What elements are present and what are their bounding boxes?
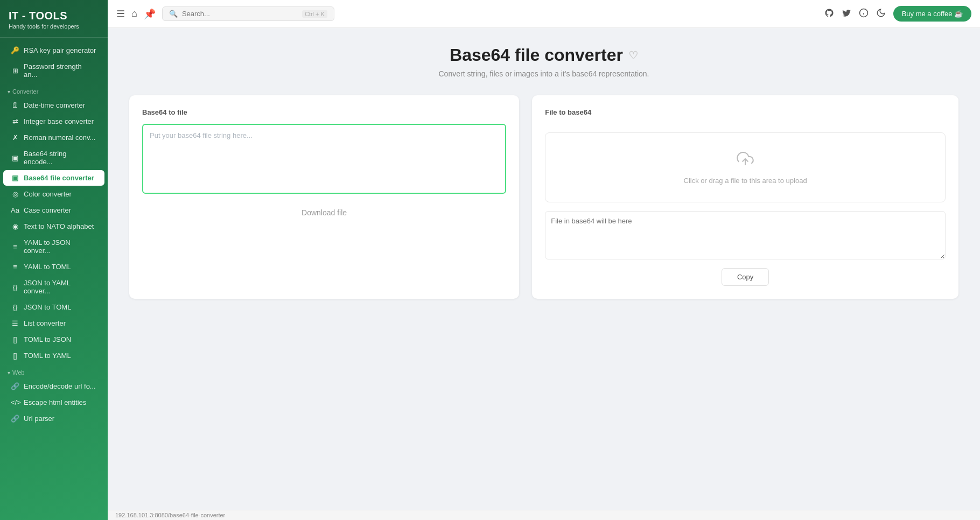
section-converter[interactable]: ▾ Converter bbox=[0, 83, 108, 97]
sidebar-item-label: Password strength an... bbox=[24, 62, 97, 79]
sidebar-item-text-to-nato[interactable]: ◉ Text to NATO alphabet bbox=[3, 219, 104, 234]
statusbar: 192.168.101.3:8080/base64-file-converter bbox=[108, 510, 980, 520]
sidebar-header: IT - TOOLS Handy tools for developers bbox=[0, 0, 108, 38]
buy-coffee-button[interactable]: Buy me a coffee ☕ bbox=[893, 6, 971, 22]
search-box[interactable]: 🔍 Ctrl + K bbox=[162, 6, 334, 21]
list2-icon: ≡ bbox=[11, 263, 19, 271]
sidebar-item-label: Date-time converter bbox=[24, 101, 85, 109]
sidebar-item-label: List converter bbox=[24, 319, 66, 327]
sidebar-item-toml-to-yaml[interactable]: [] TOML to YAML bbox=[3, 348, 104, 363]
cards-row: Base64 to file Download file File to bas… bbox=[129, 95, 958, 299]
sidebar-item-integer-base-converter[interactable]: ⇄ Integer base converter bbox=[3, 114, 104, 129]
sidebar-item-escape-html[interactable]: </> Escape html entities bbox=[3, 395, 104, 410]
curly2-icon: {} bbox=[11, 303, 19, 311]
pin-icon[interactable]: 📌 bbox=[144, 8, 156, 20]
key-icon: 🔑 bbox=[11, 46, 19, 54]
chevron-icon: ▾ bbox=[8, 89, 10, 95]
section-web-label-text: Web bbox=[12, 369, 24, 376]
grid-icon: ⊞ bbox=[11, 67, 19, 75]
sidebar-item-label: Text to NATO alphabet bbox=[24, 222, 94, 230]
sidebar-item-label: TOML to YAML bbox=[24, 352, 71, 360]
sidebar-item-label: Integer base converter bbox=[24, 117, 94, 125]
info-icon[interactable] bbox=[859, 8, 869, 20]
grid-sq-icon: ▣ bbox=[11, 154, 19, 162]
sidebar-item-password-strength[interactable]: ⊞ Password strength an... bbox=[3, 59, 104, 82]
sidebar-item-date-time-converter[interactable]: 🗓 Date-time converter bbox=[3, 97, 104, 113]
app-subtitle: Handy tools for developers bbox=[9, 23, 99, 30]
chevron-web-icon: ▾ bbox=[8, 370, 10, 376]
sidebar-item-label: Escape html entities bbox=[24, 398, 86, 406]
section-label-text: Converter bbox=[12, 88, 38, 95]
file-to-base64-label: File to base64 bbox=[545, 108, 946, 116]
page-content: Base64 file converter ♡ Convert string, … bbox=[108, 28, 980, 510]
code-icon: </> bbox=[11, 398, 19, 406]
link-icon: 🔗 bbox=[11, 382, 19, 390]
page-header: Base64 file converter ♡ Convert string, … bbox=[129, 45, 958, 78]
sidebar-item-label: Case converter bbox=[24, 206, 71, 214]
sidebar-item-label: JSON to TOML bbox=[24, 303, 71, 311]
page-title: Base64 file converter ♡ bbox=[129, 45, 958, 65]
sidebar-item-base64-file-converter[interactable]: ▣ Base64 file converter bbox=[3, 170, 104, 186]
x-icon: ✗ bbox=[11, 133, 19, 142]
favorite-icon[interactable]: ♡ bbox=[628, 49, 638, 62]
upload-icon bbox=[737, 150, 754, 171]
menu-icon[interactable]: ☰ bbox=[116, 8, 125, 20]
sidebar-nav: 🔑 RSA key pair generator ⊞ Password stre… bbox=[0, 38, 108, 520]
list-icon: ≡ bbox=[11, 243, 19, 251]
list3-icon: ☰ bbox=[11, 319, 19, 327]
sidebar-item-json-to-yaml[interactable]: {} JSON to YAML conver... bbox=[3, 275, 104, 299]
sidebar-item-label: JSON to YAML conver... bbox=[24, 279, 97, 295]
sidebar-item-encode-decode-url[interactable]: 🔗 Encode/decode url fo... bbox=[3, 378, 104, 394]
sidebar-item-yaml-to-json[interactable]: ≡ YAML to JSON conver... bbox=[3, 235, 104, 258]
sidebar-item-case-converter[interactable]: Aa Case converter bbox=[3, 202, 104, 218]
sidebar-item-base64-string-encoder[interactable]: ▣ Base64 string encode... bbox=[3, 146, 104, 170]
base64-to-file-card: Base64 to file Download file bbox=[129, 95, 519, 299]
search-icon: 🔍 bbox=[169, 10, 178, 18]
link2-icon: 🔗 bbox=[11, 414, 19, 423]
calendar-icon: 🗓 bbox=[11, 101, 19, 109]
sidebar-item-label: Color converter bbox=[24, 190, 72, 198]
search-input[interactable] bbox=[182, 10, 298, 18]
section-web[interactable]: ▾ Web bbox=[0, 364, 108, 378]
grid-sq2-icon: ▣ bbox=[11, 174, 19, 182]
sidebar-item-toml-to-json[interactable]: [] TOML to JSON bbox=[3, 332, 104, 347]
github-icon[interactable] bbox=[824, 8, 834, 20]
bracket-icon: [] bbox=[11, 335, 19, 343]
base64-input-textarea[interactable] bbox=[142, 124, 506, 194]
sidebar: IT - TOOLS Handy tools for developers 🔑 … bbox=[0, 0, 108, 520]
darkmode-icon[interactable] bbox=[876, 8, 886, 20]
curly-icon: {} bbox=[11, 283, 19, 291]
circle-icon: ◎ bbox=[11, 190, 19, 198]
topbar: ☰ ⌂ 📌 🔍 Ctrl + K Buy me a coffee ☕ bbox=[108, 0, 980, 28]
upload-text: Click or drag a file to this area to upl… bbox=[684, 177, 807, 185]
file-upload-area[interactable]: Click or drag a file to this area to upl… bbox=[545, 132, 946, 202]
sidebar-item-label: TOML to JSON bbox=[24, 335, 71, 343]
twitter-icon[interactable] bbox=[842, 8, 851, 20]
text-case-icon: Aa bbox=[11, 206, 19, 214]
sidebar-item-label: RSA key pair generator bbox=[24, 46, 96, 54]
sidebar-item-list-converter[interactable]: ☰ List converter bbox=[3, 315, 104, 331]
sidebar-item-label: Encode/decode url fo... bbox=[24, 382, 96, 390]
sidebar-item-label: Url parser bbox=[24, 414, 54, 423]
copy-button[interactable]: Copy bbox=[722, 268, 769, 286]
file-to-base64-card: File to base64 Click or drag a file to t… bbox=[532, 95, 958, 299]
sidebar-item-color-converter[interactable]: ◎ Color converter bbox=[3, 186, 104, 202]
main-container: ☰ ⌂ 📌 🔍 Ctrl + K Buy me a coffee ☕ bbox=[108, 0, 980, 520]
sidebar-item-label: YAML to TOML bbox=[24, 263, 71, 271]
sidebar-item-label: Base64 string encode... bbox=[24, 150, 97, 166]
app-title: IT - TOOLS bbox=[9, 10, 99, 22]
search-shortcut-hint: Ctrl + K bbox=[302, 10, 327, 18]
download-file-button[interactable]: Download file bbox=[142, 203, 506, 222]
sidebar-item-roman-numeral-converter[interactable]: ✗ Roman numeral conv... bbox=[3, 130, 104, 145]
bracket2-icon: [] bbox=[11, 352, 19, 360]
sidebar-item-rsa-key-pair[interactable]: 🔑 RSA key pair generator bbox=[3, 43, 104, 58]
home-icon[interactable]: ⌂ bbox=[131, 8, 137, 19]
sidebar-item-label: Roman numeral conv... bbox=[24, 133, 95, 142]
sidebar-item-url-parser[interactable]: 🔗 Url parser bbox=[3, 411, 104, 426]
base64-output-textarea[interactable] bbox=[545, 211, 946, 259]
radio-icon: ◉ bbox=[11, 222, 19, 230]
topbar-right: Buy me a coffee ☕ bbox=[824, 6, 971, 22]
sidebar-item-json-to-toml[interactable]: {} JSON to TOML bbox=[3, 299, 104, 315]
sidebar-item-label: YAML to JSON conver... bbox=[24, 238, 97, 255]
sidebar-item-yaml-to-toml[interactable]: ≡ YAML to TOML bbox=[3, 259, 104, 275]
